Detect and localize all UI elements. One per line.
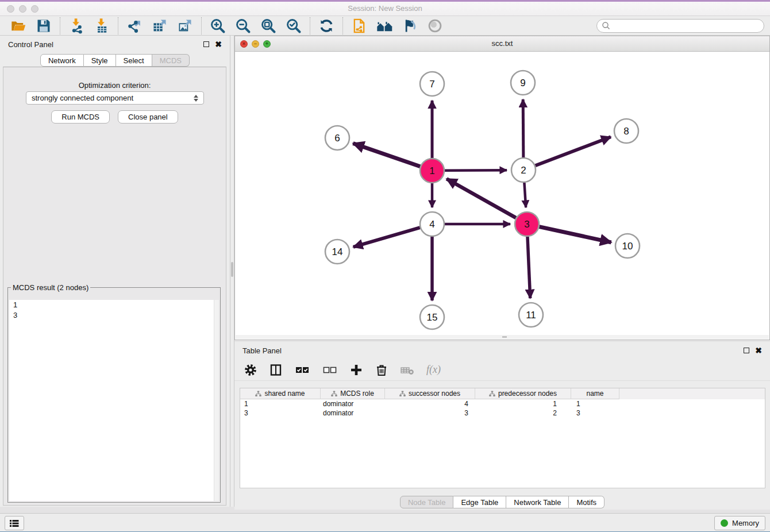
table-tab-node-table[interactable]: Node Table: [400, 496, 454, 508]
table-cell[interactable]: 3: [571, 408, 619, 418]
tab-mcds[interactable]: MCDS: [152, 54, 190, 67]
table-cell[interactable]: dominator: [321, 399, 385, 408]
add-icon[interactable]: [349, 363, 363, 377]
search-input[interactable]: [596, 19, 764, 33]
window-title: Session: New Session: [0, 4, 770, 13]
close-panel-button[interactable]: Close panel: [118, 110, 178, 124]
columns-icon[interactable]: [269, 363, 283, 377]
sort-hierarchy-icon: [489, 391, 495, 397]
edge-1-2[interactable]: [445, 170, 507, 171]
graph-node-7[interactable]: 7: [420, 72, 444, 96]
tab-style[interactable]: Style: [84, 54, 116, 67]
open-folder-icon[interactable]: [10, 17, 27, 34]
table-tab-motifs[interactable]: Motifs: [569, 496, 605, 508]
svg-text:2: 2: [521, 165, 526, 176]
table-tab-network-table[interactable]: Network Table: [506, 496, 569, 508]
network-canvas[interactable]: 1234678910111415: [236, 52, 769, 335]
graph-node-1[interactable]: 1: [420, 159, 444, 183]
control-panel-header: Control Panel ✖: [0, 36, 230, 53]
run-mcds-button[interactable]: Run MCDS: [51, 110, 110, 124]
table-cell[interactable]: 4: [385, 399, 475, 408]
zoom-selected-icon[interactable]: [285, 17, 302, 34]
deselect-all-icon[interactable]: [322, 363, 338, 377]
hide-details-icon[interactable]: [401, 17, 418, 34]
graph-node-15[interactable]: 15: [420, 305, 444, 329]
table-row[interactable]: 1dominator411: [240, 399, 765, 408]
memory-button[interactable]: Memory: [714, 516, 765, 530]
edge-2-9[interactable]: [523, 99, 523, 157]
graph-node-9[interactable]: 9: [511, 71, 535, 95]
export-image-icon[interactable]: [176, 17, 194, 34]
column-header-MCDS-role[interactable]: MCDS role: [321, 388, 385, 399]
column-label: successor nodes: [409, 390, 460, 398]
home-views-icon[interactable]: [376, 17, 393, 34]
export-network-icon[interactable]: [126, 17, 143, 34]
column-header-shared-name[interactable]: shared name: [240, 388, 321, 399]
mcds-result-title: MCDS result (2 nodes): [11, 283, 90, 292]
result-scrollbar[interactable]: [214, 300, 219, 501]
edge-3-1[interactable]: [446, 179, 516, 218]
float-table-panel-icon[interactable]: [744, 348, 749, 353]
zoom-fit-icon[interactable]: [260, 17, 277, 34]
edge-2-3[interactable]: [524, 183, 526, 207]
toolbar-separator: [201, 17, 202, 34]
edge-3-10[interactable]: [539, 227, 611, 242]
edge-1-6[interactable]: [353, 143, 420, 166]
close-table-panel-icon[interactable]: ✖: [755, 346, 762, 354]
zoom-out-icon[interactable]: [234, 17, 252, 34]
tab-network[interactable]: Network: [40, 54, 84, 67]
zoom-in-icon[interactable]: [209, 17, 226, 34]
resize-handle-icon[interactable]: [502, 336, 507, 338]
mcds-result-list[interactable]: 13: [9, 300, 219, 501]
table-cell[interactable]: 3: [240, 408, 321, 418]
refresh-layout-icon[interactable]: [318, 17, 335, 34]
table-cell[interactable]: 1: [475, 399, 571, 408]
float-panel-icon[interactable]: [203, 41, 209, 47]
network-document-icon[interactable]: [351, 17, 368, 34]
sort-hierarchy-icon: [399, 391, 406, 397]
graph-node-11[interactable]: 11: [519, 303, 543, 327]
task-history-button[interactable]: [5, 516, 24, 530]
trash-icon[interactable]: [375, 363, 388, 377]
gear-icon[interactable]: [244, 363, 257, 377]
graph-node-3[interactable]: 3: [515, 212, 539, 236]
table-tab-edge-table[interactable]: Edge Table: [453, 496, 506, 508]
tab-select[interactable]: Select: [116, 54, 152, 67]
table-cell[interactable]: dominator: [321, 408, 385, 418]
column-header-name[interactable]: name: [571, 388, 619, 399]
criterion-select[interactable]: strongly connected component: [26, 91, 204, 105]
table-cell[interactable]: 3: [385, 408, 475, 418]
table-cell[interactable]: 2: [475, 408, 571, 418]
application-window: Session: New Session: [0, 0, 770, 532]
splitter-handle-icon[interactable]: [231, 262, 233, 277]
graph-node-2[interactable]: 2: [511, 158, 536, 182]
table-panel-title: Table Panel: [242, 346, 282, 355]
table-cell[interactable]: 1: [240, 399, 321, 408]
edge-4-14[interactable]: [353, 228, 420, 247]
column-header-successor-nodes[interactable]: successor nodes: [385, 388, 475, 399]
table-cell[interactable]: 1: [571, 399, 619, 408]
svg-text:3: 3: [524, 219, 529, 230]
network-window-titlebar[interactable]: × − + scc.txt: [235, 36, 769, 52]
node-table[interactable]: shared nameMCDS rolesuccessor nodesprede…: [240, 388, 765, 488]
table-panel-header: Table Panel ✖: [234, 342, 770, 359]
graph-node-4[interactable]: 4: [420, 212, 444, 236]
save-icon[interactable]: [35, 17, 52, 34]
graph-node-10[interactable]: 10: [615, 234, 640, 258]
chevron-updown-icon: [194, 95, 198, 102]
graph-node-14[interactable]: 14: [325, 240, 349, 264]
edge-2-8[interactable]: [536, 137, 611, 165]
graph-node-8[interactable]: 8: [614, 119, 638, 143]
edge-3-11[interactable]: [528, 237, 530, 298]
panel-splitter[interactable]: [230, 36, 234, 507]
column-header-predecessor-nodes[interactable]: predecessor nodes: [475, 388, 571, 399]
export-table-icon[interactable]: [151, 17, 168, 34]
search-icon: [602, 21, 611, 30]
table-row[interactable]: 3dominator323: [240, 408, 765, 418]
close-panel-icon[interactable]: ✖: [215, 40, 222, 48]
select-all-icon[interactable]: [294, 363, 310, 377]
import-network-icon[interactable]: [68, 17, 85, 34]
graph-node-6[interactable]: 6: [325, 126, 349, 150]
view-resize-strip[interactable]: [236, 335, 769, 339]
import-table-icon[interactable]: [93, 17, 110, 34]
